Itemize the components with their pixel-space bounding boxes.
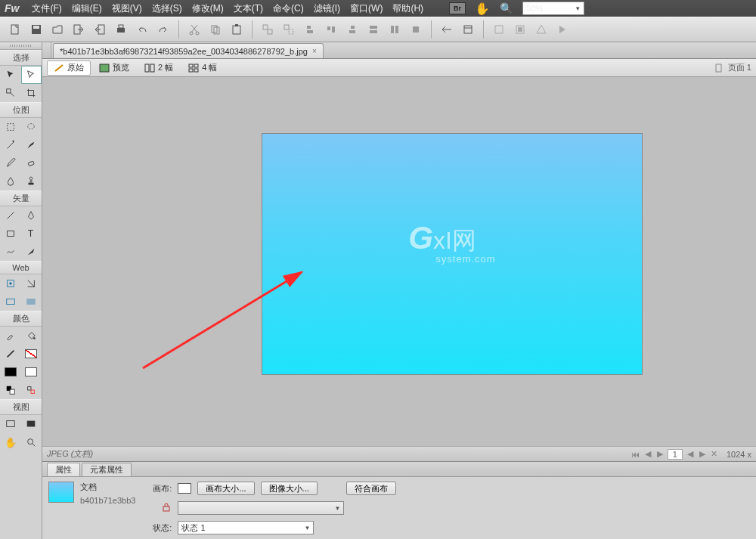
menu-text[interactable]: 文本(T) [234, 2, 263, 15]
bucket-tool[interactable] [21, 327, 42, 345]
marquee-tool[interactable] [0, 118, 21, 136]
page-number[interactable]: 1 [668, 449, 683, 460]
scale-tool[interactable] [0, 84, 21, 102]
align4-icon[interactable] [364, 20, 383, 39]
close-nav-icon[interactable]: ✕ [708, 449, 720, 460]
undo-icon[interactable] [133, 20, 151, 39]
lasso-tool[interactable] [21, 118, 42, 136]
wand-tool[interactable] [0, 136, 21, 154]
warning-icon[interactable] [532, 20, 550, 39]
subselect-tool[interactable] [21, 66, 42, 84]
next-page-icon[interactable]: ▶ [654, 449, 666, 460]
layout1-icon[interactable] [438, 20, 456, 39]
pencil-tool[interactable] [0, 154, 21, 172]
ungroup-icon[interactable] [280, 20, 298, 39]
state-select[interactable]: 状态 1 ▼ [178, 521, 314, 534]
print-icon[interactable] [112, 20, 130, 39]
tab-element-properties[interactable]: 元素属性 [82, 463, 132, 476]
line-tool[interactable] [0, 206, 21, 225]
align6-icon[interactable] [407, 20, 425, 39]
screen-mode[interactable] [0, 415, 21, 433]
hotspot-tool[interactable] [0, 274, 21, 293]
eyedropper-tool[interactable] [0, 327, 21, 345]
canvas-size-button[interactable]: 画布大小... [197, 482, 254, 495]
menu-filters[interactable]: 滤镜(I) [314, 2, 340, 15]
text-tool[interactable]: T [21, 225, 42, 243]
screen-mode2[interactable] [21, 415, 42, 433]
menu-commands[interactable]: 命令(C) [273, 2, 304, 15]
rect-tool[interactable] [0, 225, 21, 243]
fill-white-swatch[interactable] [21, 363, 42, 381]
prev-page-icon[interactable]: ◀ [642, 449, 654, 460]
crop-tool[interactable] [21, 84, 42, 102]
close-tab-icon[interactable]: × [312, 47, 317, 55]
svg-rect-36 [28, 161, 34, 166]
zoom-select[interactable]: 50% ▼ [522, 2, 584, 15]
export-icon[interactable] [91, 20, 109, 39]
eraser-tool[interactable] [21, 154, 42, 172]
canvas[interactable]: GxI网 system.com [262, 133, 643, 375]
misc2-icon[interactable] [511, 20, 529, 39]
swap-colors[interactable] [21, 381, 42, 399]
import-icon[interactable] [70, 20, 88, 39]
cut-icon[interactable] [185, 20, 203, 39]
freeform-tool[interactable] [0, 243, 21, 261]
copy-icon[interactable] [206, 20, 225, 39]
stroke-swatch[interactable] [0, 345, 21, 363]
misc1-icon[interactable] [490, 20, 508, 39]
viewtab-preview[interactable]: 预览 [92, 60, 136, 76]
canvas-area[interactable]: GxI网 system.com [42, 77, 756, 446]
hide-slice-tool[interactable] [0, 293, 21, 311]
image-size-button[interactable]: 图像大小... [261, 482, 318, 495]
align2-icon[interactable] [322, 20, 340, 39]
play-icon[interactable] [553, 20, 572, 39]
resolution-select[interactable]: ▼ [178, 501, 344, 515]
default-colors[interactable] [0, 381, 21, 399]
save-icon[interactable] [27, 20, 45, 39]
viewtab-4up[interactable]: 4 幅 [181, 60, 224, 76]
group-icon[interactable] [259, 20, 277, 39]
pointer-tool[interactable] [0, 66, 21, 84]
fill-swatch[interactable] [0, 363, 21, 381]
tabstrip-grip[interactable] [42, 42, 51, 58]
brush-tool[interactable] [21, 136, 42, 154]
blur-tool[interactable] [0, 172, 21, 191]
menu-view[interactable]: 视图(V) [112, 2, 142, 15]
viewtab-2up[interactable]: 2 幅 [138, 60, 180, 76]
align3-icon[interactable] [343, 20, 361, 39]
menu-modify[interactable]: 修改(M) [192, 2, 224, 15]
layout2-icon[interactable] [459, 20, 477, 39]
slice-tool[interactable] [21, 274, 42, 293]
menu-help[interactable]: 帮助(H) [392, 2, 423, 15]
panel-grip[interactable] [0, 42, 42, 50]
none-swatch[interactable] [21, 345, 42, 363]
menu-file[interactable]: 文件(F) [32, 2, 61, 15]
viewtab-original[interactable]: 原始 [47, 60, 91, 76]
show-slice-tool[interactable] [21, 293, 42, 311]
canvas-color-swatch[interactable] [178, 483, 191, 494]
fit-canvas-button[interactable]: 符合画布 [346, 482, 396, 495]
tab-properties[interactable]: 属性 [47, 463, 80, 476]
knife-tool[interactable] [21, 243, 42, 261]
redo-icon[interactable] [154, 20, 172, 39]
bridge-icon[interactable]: Br [449, 2, 466, 14]
first-page-icon[interactable]: ⏮ [630, 449, 642, 460]
paste-icon[interactable] [228, 20, 246, 39]
align1-icon[interactable] [301, 20, 319, 39]
menu-edit[interactable]: 编辑(E) [72, 2, 102, 15]
hand-icon[interactable]: ✋ [476, 2, 489, 15]
hand-tool[interactable]: ✋ [0, 433, 21, 451]
menu-window[interactable]: 窗口(W) [350, 2, 383, 15]
svg-rect-27 [413, 26, 419, 33]
align5-icon[interactable] [386, 20, 404, 39]
open-icon[interactable] [48, 20, 67, 39]
next2-icon[interactable]: ▶ [696, 449, 708, 460]
stamp-tool[interactable] [21, 172, 42, 191]
menu-select[interactable]: 选择(S) [152, 2, 182, 15]
zoom-tool[interactable] [21, 433, 42, 451]
document-tab[interactable]: *b401b71e3bb3af69873214f93859a2ee_003403… [53, 43, 324, 58]
zoom-icon[interactable]: 🔍 [499, 2, 513, 15]
prev2-icon[interactable]: ◀ [684, 449, 696, 460]
pen-tool[interactable] [21, 206, 42, 225]
new-icon[interactable] [6, 20, 24, 39]
